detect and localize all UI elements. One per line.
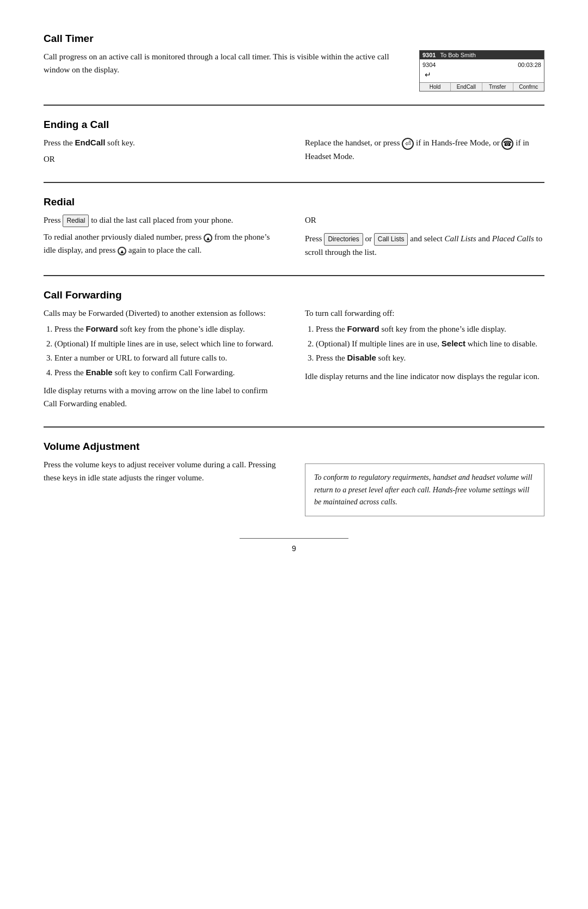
redial-left-text1: to dial the last call placed from your p… [91,216,233,224]
volume-right: To conform to regulatory requirments, ha… [305,458,544,516]
volume-adjustment-section: Volume Adjustment Press the volume keys … [44,441,544,516]
divider-1 [44,105,544,106]
forward-key-label: Forward [86,324,118,333]
calllists-button[interactable]: Call Lists [374,233,408,246]
cf-step-2: (Optional) If multiple lines are in use,… [54,338,283,350]
display-row: 9304 00:03:28 [422,62,541,68]
headset-icon: ☎ [501,138,513,150]
nav-up-icon-2: ▲ [118,247,126,255]
calllists-label: Call Lists [445,234,476,243]
display-cursor: ↵ [422,68,541,80]
redial-title: Redial [44,196,544,208]
softkey-transfer[interactable]: Trnsfer [482,83,513,91]
display-line: 9301 [422,52,436,58]
redial-left: Press Redial to dial the last call place… [44,213,283,262]
softkey-endcall[interactable]: EndCall [451,83,482,91]
cf-step-4: Press the Enable soft key to confirm Cal… [54,367,283,379]
volume-note-text: To conform to regulatory requirments, ha… [314,473,532,506]
redial-right-text: Press Directories or Call Lists and sele… [305,232,544,259]
call-forwarding-title: Call Forwarding [44,289,544,301]
ending-call-right-text: Replace the handset, or press ⏎ if in Ha… [305,136,544,163]
page-content: Call Timer Call progress on an active ca… [44,33,544,553]
call-forwarding-right-intro: To turn call forwarding off: [305,307,544,320]
enable-key-label: Enable [86,368,113,377]
redial-button[interactable]: Redial [63,215,89,227]
redial-right-or: OR [305,213,544,227]
speaker-icon: ⏎ [402,138,414,150]
divider-2 [44,182,544,183]
call-forwarding-intro: Calls may be Forwarded (Diverted) to ano… [44,307,283,320]
placed-calls-label: Placed Calls [492,234,534,243]
display-contact: To Bob Smith [436,52,541,58]
volume-cols: Press the volume keys to adjust receiver… [44,458,544,516]
call-timer-body: Call progress on an active call is monit… [44,50,403,80]
softkey-hold[interactable]: Hold [420,83,451,91]
cf-off-step-1: Press the Forward soft key from the phon… [316,323,544,335]
select-key-label: Select [442,339,465,348]
display-softkeys: Hold EndCall Trnsfer Confrnc [420,82,544,91]
disable-key-label: Disable [347,353,376,362]
directories-button[interactable]: Directories [324,233,363,246]
ending-call-right: Replace the handset, or press ⏎ if in Ha… [305,136,544,169]
page-footer: 9 [240,538,348,553]
volume-adjustment-title: Volume Adjustment [44,441,544,453]
call-forwarding-right: To turn call forwarding off: Press the F… [305,307,544,413]
call-forwarding-section: Call Forwarding Calls may be Forwarded (… [44,289,544,413]
redial-left-p1: Press Redial to dial the last call place… [44,213,283,227]
call-timer-display: 9301 To Bob Smith 9304 00:03:28 ↵ Hold E… [419,50,544,91]
call-timer-paragraph: Call progress on an active call is monit… [44,50,403,76]
divider-3 [44,275,544,276]
divider-4 [44,426,544,428]
display-timer: 00:03:28 [518,62,541,68]
volume-note-box: To conform to regulatory requirments, ha… [305,463,544,516]
display-header: 9301 To Bob Smith [420,51,544,59]
ending-call-title: Ending a Call [44,119,544,131]
call-forwarding-left-steps: Press the Forward soft key from the phon… [54,323,283,379]
call-forwarding-left: Calls may be Forwarded (Diverted) to ano… [44,307,283,413]
cf-off-step-3: Press the Disable soft key. [316,352,544,364]
cf-step-3: Enter a number or URL to forward all fut… [54,352,283,364]
ending-call-or: OR [44,152,283,166]
ending-call-left-text: Press the EndCall soft key. [44,136,283,149]
nav-up-icon: ▲ [204,234,212,242]
call-timer-section: Call Timer Call progress on an active ca… [44,33,544,91]
call-forwarding-right-steps: Press the Forward soft key from the phon… [316,323,544,364]
redial-right: OR Press Directories or Call Lists and s… [305,213,544,262]
redial-section: Redial Press Redial to dial the last cal… [44,196,544,262]
cf-step-1: Press the Forward soft key from the phon… [54,323,283,335]
ending-call-cols: Press the EndCall soft key. OR Replace t… [44,136,544,169]
call-timer-title: Call Timer [44,33,544,45]
call-forwarding-cols: Calls may be Forwarded (Diverted) to ano… [44,307,544,413]
redial-left-p2: To redial another prviously dialed numbe… [44,230,283,257]
volume-body: Press the volume keys to adjust receiver… [44,458,283,484]
display-sub-line: 9304 [422,62,436,68]
cf-off-step-2: (Optional) If multiple lines are in use,… [316,338,544,350]
volume-left: Press the volume keys to adjust receiver… [44,458,283,516]
ending-call-section: Ending a Call Press the EndCall soft key… [44,119,544,169]
page-number: 9 [292,544,296,553]
endcall-key-label: EndCall [75,138,106,147]
ending-call-left: Press the EndCall soft key. OR [44,136,283,169]
redial-cols: Press Redial to dial the last call place… [44,213,544,262]
call-forwarding-left-footer: Idle display returns with a moving arrow… [44,384,283,410]
display-body: 9304 00:03:28 ↵ [420,59,544,82]
softkey-confrnc[interactable]: Confrnc [513,83,544,91]
call-forwarding-right-footer: Idle display returns and the line indica… [305,370,544,383]
forward-key-off-label: Forward [347,324,379,333]
